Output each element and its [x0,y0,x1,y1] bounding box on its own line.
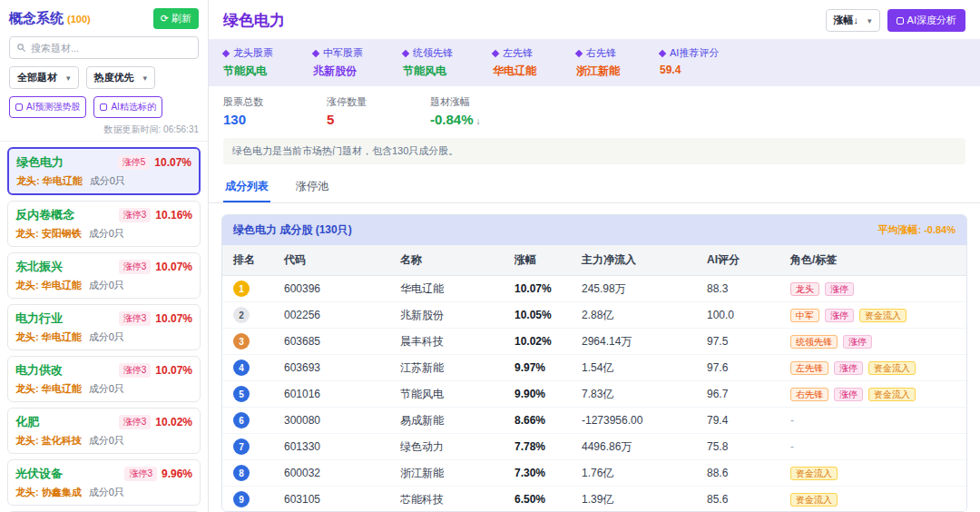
panel-title: 绿色电力 成分股 (130只) [233,222,352,238]
refresh-button[interactable]: ⟳刷新 [153,8,199,29]
rank-badge: 2 [233,307,250,323]
table-row[interactable]: 1 600396 华电辽能 10.07% 245.98万 88.3 龙头涨停 [222,276,966,302]
concept-member-count: 成分0只 [89,382,124,396]
search-icon [16,43,26,53]
scope-select[interactable]: 全部题材▾ [9,66,79,89]
stock-ai-score: 97.5 [707,335,790,348]
tab-constituent-list[interactable]: 成分列表 [223,172,270,202]
concept-list: 绿色电力 涨停5 10.07% 龙头: 华电辽能 成分0只 反内卷概念 涨停3 … [0,142,208,512]
concept-card[interactable]: 东北振兴 涨停3 10.07% 龙头: 华电辽能 成分0只 [7,252,201,299]
concept-member-count: 成分0只 [89,486,124,499]
stock-tags: 中军涨停资金流入 [790,309,956,322]
sort-mode-value: 热度优先 [94,71,134,84]
ai-analyze-button[interactable]: AI深度分析 [887,9,965,32]
concept-card[interactable]: 化肥 涨停3 10.02% 龙头: 盐化科技 成分0只 [7,408,201,454]
stat: 股票总数 130 [223,95,263,127]
table-row[interactable]: 4 603693 江苏新能 9.97% 1.54亿 97.6 左先锋涨停资金流入 [222,355,966,381]
stock-inflow: -1273956.00 [582,414,707,427]
ai-select-button[interactable]: AI精选标的 [93,96,162,118]
table-row[interactable]: 2 002256 兆新股份 10.05% 2.88亿 100.0 中军涨停资金流… [222,302,966,329]
concept-card[interactable]: 光伏设备 涨停3 9.96% 龙头: 协鑫集成 成分0只 [7,459,201,506]
concept-name: 电力行业 [15,310,63,327]
stock-name: 华电辽能 [400,281,514,297]
rank-badge: 4 [233,359,250,376]
table-header: 排名代码名称涨幅主力净流入AI评分角色/标签 [222,245,966,276]
role-badge: 涨停 [834,388,863,401]
stock-code: 002256 [284,309,400,321]
search-input[interactable] [31,43,191,54]
change-sort-select[interactable]: 涨幅↓▾ [826,9,880,32]
stock-ai-score: 100.0 [707,309,790,321]
tag-value[interactable]: 兆新股份 [313,64,363,79]
tag-value[interactable]: 节能风电 [403,64,453,79]
stock-change: 7.30% [514,467,582,479]
tag-label: 统领先锋 [413,46,453,60]
stock-ai-score: 85.6 [707,493,790,506]
stat-value: 5 [327,112,367,127]
concept-member-count: 成分0只 [90,174,125,188]
concept-leader: 龙头: 华电辽能 [15,279,82,292]
concept-name: 电力供改 [15,362,63,379]
table-row[interactable]: 3 603685 晨丰科技 10.02% 2964.14万 97.5 统领先锋涨… [222,329,966,355]
stock-inflow: 7.83亿 [582,387,707,402]
table-body: 1 600396 华电辽能 10.07% 245.98万 88.3 龙头涨停 2… [222,276,966,511]
tag-value[interactable]: 华电辽能 [493,64,536,79]
role-badge: 资金流入 [790,467,838,480]
role-badge: 资金流入 [868,361,916,375]
ai-icon [897,17,904,25]
table-row[interactable]: 5 601016 节能风电 9.90% 7.83亿 96.7 右先锋涨停资金流入 [222,381,966,408]
tag-label: 龙头股票 [233,46,273,60]
concept-card[interactable]: 电力供改 涨停3 10.07% 龙头: 华电辽能 成分0只 [7,356,201,402]
table-row[interactable]: 8 600032 浙江新能 7.30% 1.76亿 88.6 资金流入 [222,460,966,487]
tag-value[interactable]: 节能风电 [223,64,273,79]
update-time: 数据更新时间: 06:56:31 [0,118,208,142]
role-tag-strip: 龙头股票 节能风电 中军股票 兆新股份 统领先锋 节能风电 左先锋 华电辽能 右… [209,39,980,86]
concept-card[interactable]: 电力行业 涨停3 10.07% 龙头: 华电辽能 成分0只 [7,304,201,350]
stock-name: 芯能科技 [400,492,514,507]
concept-card[interactable]: 反内卷概念 涨停3 10.16% 龙头: 安阳钢铁 成分0只 [7,201,201,247]
role-tag: 左先锋 华电辽能 [493,46,536,79]
stat: 题材涨幅 -0.84%↓ [430,95,481,127]
constituent-panel: 绿色电力 成分股 (130只) 平均涨幅: -0.84% 排名代码名称涨幅主力净… [221,214,967,512]
concept-name: 绿色电力 [16,154,64,171]
role-badge: 左先锋 [790,361,828,375]
concept-leader: 龙头: 盐化科技 [15,434,82,448]
search-box [9,36,199,59]
concept-count-badge: (100) [67,14,91,25]
table-row[interactable]: 7 601330 绿色动力 7.78% 4496.86万 75.8 - [222,434,966,460]
ai-icon [100,103,107,111]
panel-header: 绿色电力 成分股 (130只) 平均涨幅: -0.84% [222,215,966,245]
sort-mode-select[interactable]: 热度优先▾ [86,66,156,89]
stock-change: 10.07% [514,282,582,295]
stock-change: 8.66% [514,414,582,427]
concept-change: 10.07% [155,261,192,273]
stock-ai-score: 88.6 [707,467,790,479]
stock-name: 绿色动力 [400,439,514,455]
concept-change: 10.16% [155,209,192,222]
rank-badge: 8 [233,465,250,481]
tag-value[interactable]: 59.4 [660,64,719,76]
tag-value[interactable]: 浙江新能 [576,64,620,79]
tab-limit-up-pool[interactable]: 涨停池 [294,172,330,202]
ai-predict-button[interactable]: AI预测强势股 [9,96,86,118]
stat: 涨停数量 5 [327,95,367,127]
empty-tag: - [790,414,794,427]
refresh-icon: ⟳ [161,13,169,25]
table-row[interactable]: 9 603105 芯能科技 6.50% 1.39亿 85.6 资金流入 [222,487,966,511]
stock-code: 603105 [284,493,400,506]
stat-label: 涨停数量 [327,95,367,109]
stock-code: 603693 [284,361,400,374]
ai-predict-label: AI预测强势股 [26,101,80,113]
stock-tags: 龙头涨停 [790,282,956,296]
stat-value: 130 [223,112,263,127]
concept-leader: 龙头: 华电辽能 [15,382,82,396]
tag-icon [575,49,583,56]
stock-ai-score: 75.8 [707,440,790,453]
concept-card[interactable]: 绿色电力 涨停5 10.07% 龙头: 华电辽能 成分0只 [7,147,201,195]
table-row[interactable]: 6 300080 易成新能 8.66% -1273956.00 79.4 - [222,408,966,434]
stock-change: 10.05% [514,309,582,321]
concept-leader: 龙头: 协鑫集成 [15,486,82,499]
stock-ai-score: 97.6 [707,361,790,374]
tag-icon [492,49,499,56]
role-badge: 涨停 [843,335,872,349]
